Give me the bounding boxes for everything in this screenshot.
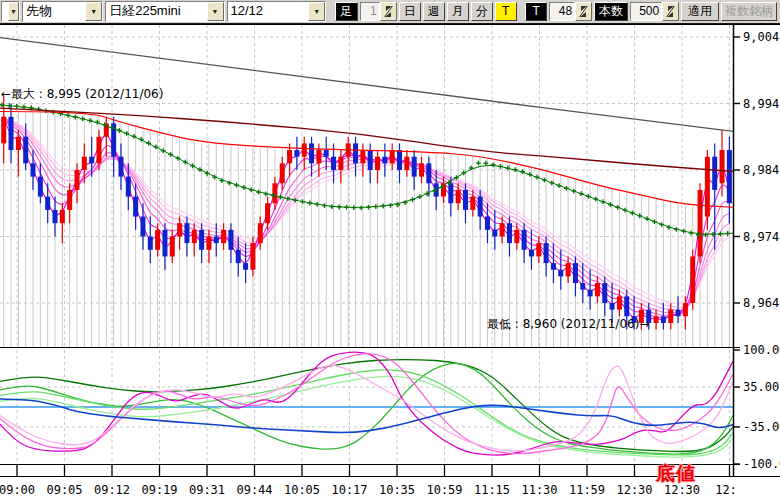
- tick-black-button[interactable]: T: [525, 2, 547, 21]
- chart-region: 9,0048,9948,9848,9748,964100.0035.00-35.…: [0, 24, 780, 500]
- symbol-combobox[interactable]: 日経225mini ▼: [105, 1, 224, 22]
- osc-axis-label: 100.00: [743, 343, 780, 357]
- time-axis-label: 09:12: [94, 483, 130, 497]
- tick-count-value[interactable]: 48: [549, 2, 575, 21]
- osc-axis-label: -100.00: [743, 457, 780, 471]
- time-axis-label: 11:59: [569, 483, 605, 497]
- overlay-ma-lines: [0, 38, 733, 208]
- ashi-button[interactable]: 足: [335, 2, 358, 21]
- max-price-annotation: ←最大 : 8,995 (2012/11/06): [1, 86, 163, 103]
- osc-axis-label: -35.00: [743, 420, 780, 434]
- chevron-down-icon: ▼: [8, 2, 19, 21]
- time-axis-label: 10:59: [426, 483, 462, 497]
- osc-line-green-light1: [0, 370, 733, 455]
- honsu-button[interactable]: 本数: [594, 2, 628, 21]
- toolbar: ▼ 先物 ▼ 日経225mini ▼ 12/12 ▼ 足 1 日 週 月 分 T…: [0, 0, 780, 24]
- osc-line-green-fast: [0, 363, 733, 454]
- oscillator-lines: [0, 352, 733, 457]
- period-minute-button[interactable]: 分: [471, 2, 493, 21]
- time-axis-label: 09:19: [141, 483, 177, 497]
- spinner-updown-icon[interactable]: [575, 2, 592, 21]
- left-mini-combobox[interactable]: ▼: [1, 1, 20, 22]
- time-axis-label: 11:30: [521, 483, 557, 497]
- chevron-down-icon: ▼: [85, 2, 102, 21]
- time-axis-label: 12:: [715, 483, 737, 497]
- contract-month-value: 12/12: [228, 2, 309, 21]
- price-axis-label: 8,974: [743, 230, 779, 244]
- time-axis-label: 09:31: [189, 483, 225, 497]
- instrument-type-combobox[interactable]: 先物 ▼: [22, 1, 103, 22]
- instrument-type-value: 先物: [23, 2, 85, 21]
- contract-month-combobox[interactable]: 12/12 ▼: [227, 1, 327, 22]
- min-price-annotation: 最低 : 8,960 (2012/11/06)→: [487, 316, 649, 333]
- osc-axis-label: 35.00: [743, 380, 779, 394]
- price-axis-label: 8,984: [743, 163, 779, 177]
- interval-value[interactable]: 1: [360, 2, 380, 21]
- multi-symbol-button: 複数銘柄: [721, 2, 777, 21]
- period-month-button[interactable]: 月: [447, 2, 469, 21]
- period-day-button[interactable]: 日: [399, 2, 421, 21]
- period-week-button[interactable]: 週: [423, 2, 445, 21]
- spinner-updown-icon[interactable]: [662, 2, 679, 21]
- bottom-price-label: 底値: [656, 461, 696, 487]
- time-axis-label: 11:15: [474, 483, 510, 497]
- symbol-value: 日経225mini: [106, 2, 206, 21]
- tick-yellow-button[interactable]: T: [495, 2, 517, 21]
- time-axis-label: 10:35: [379, 483, 415, 497]
- time-axis-label: 09:00: [0, 483, 35, 497]
- chart-app: ▼ 先物 ▼ 日経225mini ▼ 12/12 ▼ 足 1 日 週 月 分 T…: [0, 0, 780, 500]
- tick-count-spinner[interactable]: 48: [549, 2, 592, 21]
- price-axis-label: 8,994: [743, 97, 779, 111]
- chevron-down-icon: ▼: [207, 2, 224, 21]
- time-axis-label: 10:05: [284, 483, 320, 497]
- bar-count-value[interactable]: 500: [630, 2, 662, 21]
- bar-count-spinner[interactable]: 500: [630, 2, 679, 21]
- time-axis-label: 09:05: [46, 483, 82, 497]
- osc-line-magenta-fast: [0, 352, 733, 455]
- time-axis-label: 10:17: [331, 483, 367, 497]
- interval-spinner[interactable]: 1: [360, 2, 397, 21]
- price-axis-label: 8,964: [743, 296, 779, 310]
- candlesticks: [1, 97, 732, 330]
- chevron-down-icon: ▼: [308, 2, 325, 21]
- spinner-updown-icon[interactable]: [380, 2, 397, 21]
- time-axis-label: 12:30: [616, 483, 652, 497]
- price-axis-label: 9,004: [743, 30, 779, 44]
- time-axis-label: 09:44: [236, 483, 272, 497]
- apply-button[interactable]: 適用: [681, 2, 719, 21]
